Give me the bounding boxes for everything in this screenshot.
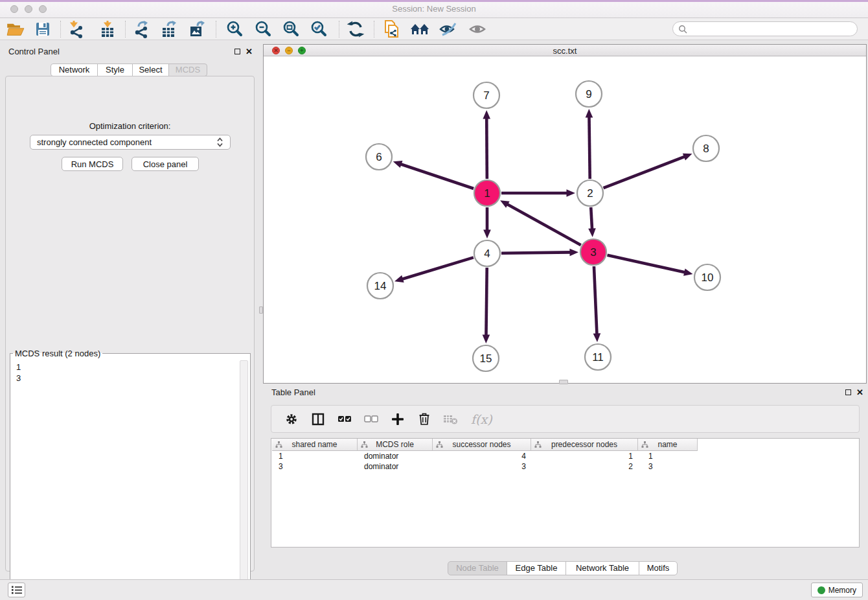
column-header-shared-name[interactable]: shared name [272, 439, 358, 451]
settings-button[interactable] [283, 410, 300, 429]
graph-edge-2-9[interactable] [586, 109, 593, 179]
graph-edge-3-11[interactable] [593, 266, 601, 342]
graph-edge-2-8[interactable] [604, 154, 692, 188]
graph-edge-4-15[interactable] [483, 268, 490, 343]
graph-edge-3-10[interactable] [607, 255, 692, 276]
cell-mcds-role[interactable]: dominator [358, 451, 433, 461]
export-table-icon [160, 20, 178, 38]
graph-node-2[interactable]: 2 [577, 180, 603, 206]
zoom-in-button[interactable] [223, 19, 246, 39]
cell-successor-nodes[interactable]: 3 [433, 461, 531, 472]
tab-network-table[interactable]: Network Table [565, 561, 639, 575]
search-input[interactable] [687, 23, 857, 35]
cell-predecessor-nodes[interactable]: 1 [531, 451, 638, 461]
tab-motifs[interactable]: Motifs [639, 561, 678, 575]
column-hierarchy-icon [534, 441, 542, 448]
mcds-panel: Optimization criterion: strongly connect… [5, 76, 255, 571]
column-hierarchy-icon [641, 441, 648, 448]
column-header-predecessor-nodes[interactable]: predecessor nodes [531, 439, 638, 451]
zoom-out-button[interactable] [251, 19, 275, 39]
table-row[interactable]: 1dominator411 [272, 451, 858, 461]
optimization-dropdown[interactable]: strongly connected component [30, 135, 231, 150]
graph-edge-3-1[interactable] [500, 200, 581, 245]
close-panel-icon[interactable]: ✕ [245, 47, 253, 56]
select-all-button[interactable] [336, 410, 353, 429]
edge-arrowhead [483, 334, 490, 343]
import-network-button[interactable] [65, 19, 88, 39]
run-mcds-button[interactable]: Run MCDS [62, 157, 123, 171]
columns-icon [312, 413, 325, 426]
cell-successor-nodes[interactable]: 4 [433, 451, 531, 461]
float-table-panel-icon[interactable] [844, 388, 852, 397]
graph-node-1[interactable]: 1 [474, 180, 500, 206]
graph-node-11[interactable]: 11 [585, 344, 611, 370]
cell-name[interactable]: 1 [638, 451, 698, 461]
apply-function-button[interactable]: f(x) [469, 410, 495, 429]
graph-edge-1-2[interactable] [501, 189, 575, 197]
open-session-button[interactable] [4, 19, 27, 39]
hide-selection-button[interactable] [437, 19, 460, 39]
table-row[interactable]: 3dominator323 [272, 461, 858, 472]
graph-node-14[interactable]: 14 [367, 273, 393, 299]
save-session-button[interactable] [31, 19, 54, 39]
graph-node-15[interactable]: 15 [473, 345, 499, 371]
node-label: 1 [484, 187, 490, 200]
graph-edge-2-3[interactable] [588, 207, 596, 237]
first-neighbors-button[interactable] [408, 19, 431, 39]
delete-column-button[interactable] [416, 410, 433, 429]
tab-mcds[interactable]: MCDS [168, 63, 207, 76]
cell-name[interactable]: 3 [638, 461, 698, 472]
cell-predecessor-nodes[interactable]: 2 [531, 461, 638, 472]
graph-node-6[interactable]: 6 [366, 144, 392, 170]
network-from-selection-button[interactable] [380, 19, 404, 39]
apply-layout-button[interactable] [344, 19, 367, 39]
cell-shared-name[interactable]: 1 [272, 451, 358, 461]
show-log-button[interactable] [8, 583, 25, 597]
tab-edge-table[interactable]: Edge Table [507, 561, 566, 575]
show-all-button[interactable] [466, 19, 489, 39]
column-header-name[interactable]: name [638, 439, 698, 451]
export-network-button[interactable] [130, 19, 153, 39]
float-panel-icon[interactable] [233, 47, 242, 56]
tab-select[interactable]: Select [132, 63, 169, 76]
tab-style[interactable]: Style [97, 63, 133, 76]
export-table-button[interactable] [157, 19, 181, 39]
export-image-button[interactable] [186, 19, 209, 39]
graph-node-9[interactable]: 9 [576, 81, 602, 107]
result-scrollbar[interactable] [240, 360, 248, 590]
column-header-successor-nodes[interactable]: successor nodes [433, 439, 531, 451]
tab-node-table[interactable]: Node Table [448, 561, 507, 575]
graph-node-10[interactable]: 10 [694, 264, 720, 290]
graph-node-8[interactable]: 8 [693, 135, 719, 161]
export-network-icon [132, 20, 150, 38]
zoom-fit-button[interactable] [279, 19, 303, 39]
delete-table-button[interactable] [442, 410, 459, 429]
horizontal-splitter-handle[interactable] [559, 380, 568, 384]
graph-edge-1-7[interactable] [483, 110, 490, 179]
cell-mcds-role[interactable]: dominator [358, 461, 433, 472]
graph-edge-4-14[interactable] [394, 257, 474, 283]
zoom-selected-button[interactable] [307, 19, 330, 39]
close-table-panel-icon[interactable]: ✕ [856, 388, 864, 397]
close-panel-button[interactable]: Close panel [131, 157, 199, 171]
graph-edge-1-4[interactable] [483, 207, 491, 238]
graph-edge-1-6[interactable] [393, 161, 474, 189]
cell-shared-name[interactable]: 3 [272, 461, 358, 472]
add-column-button[interactable] [389, 410, 406, 429]
tab-network[interactable]: Network [51, 63, 98, 76]
edge-arrowhead [593, 333, 601, 342]
deselect-all-button[interactable] [363, 410, 380, 429]
window-titlebar: Session: New Session [0, 0, 868, 18]
node-table[interactable]: shared nameMCDS rolesuccessor nodesprede… [271, 438, 860, 548]
toolbar-separator [339, 21, 339, 38]
graph-node-7[interactable]: 7 [474, 82, 499, 108]
show-columns-button[interactable] [310, 410, 326, 429]
graph-node-3[interactable]: 3 [580, 239, 606, 265]
column-header-mcds-role[interactable]: MCDS role [358, 439, 433, 451]
graph-edge-4-3[interactable] [501, 249, 578, 257]
memory-button[interactable]: Memory [811, 583, 863, 597]
import-table-button[interactable] [96, 19, 119, 39]
titlebar-accent [0, 0, 868, 2]
network-canvas[interactable]: 1234678910111415 [264, 56, 866, 383]
graph-node-4[interactable]: 4 [474, 240, 500, 266]
